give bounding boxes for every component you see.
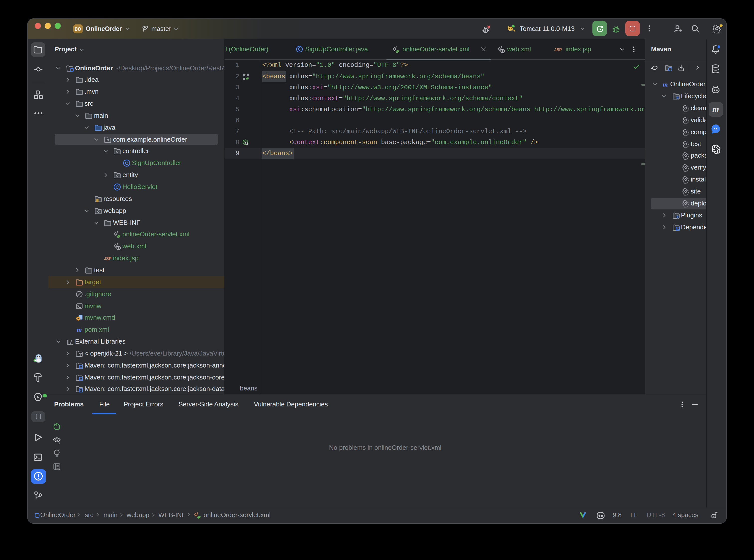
svg-text:JSP: JSP bbox=[104, 257, 112, 261]
svg-text:m: m bbox=[663, 81, 668, 88]
svg-text:JSP: JSP bbox=[554, 47, 562, 52]
svg-text:C: C bbox=[298, 47, 301, 52]
svg-text:m: m bbox=[712, 104, 719, 114]
svg-text:m: m bbox=[77, 326, 82, 333]
svg-text:C: C bbox=[116, 184, 119, 190]
svg-text:C: C bbox=[125, 161, 128, 166]
